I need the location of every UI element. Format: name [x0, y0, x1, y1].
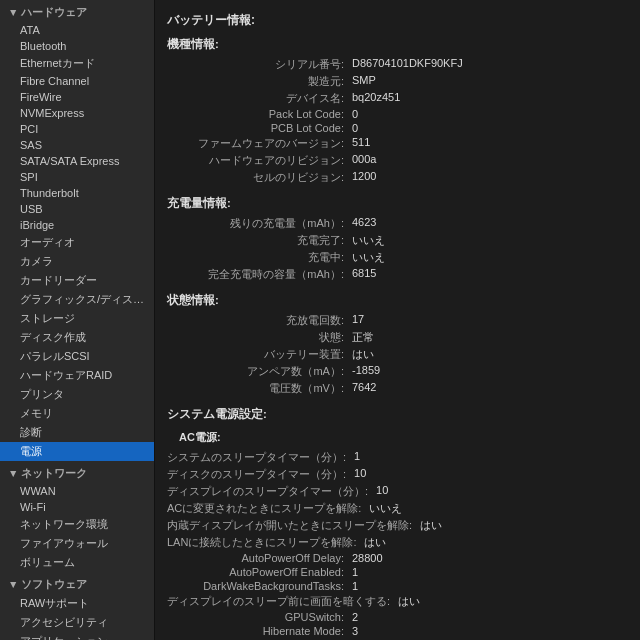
- table-row: ファームウェアのバージョン:511: [167, 135, 628, 152]
- info-value: 28800: [352, 552, 383, 564]
- sidebar-item-application[interactable]: アプリケーション: [0, 632, 154, 640]
- info-label: LANに接続したときにスリープを解除:: [167, 535, 364, 550]
- main-content: バッテリー情報: 機種情報: シリアル番号:D86704101DKF90KFJ製…: [155, 0, 640, 640]
- sidebar-item-firewall[interactable]: ファイアウォール: [0, 534, 154, 553]
- sidebar-item-disk[interactable]: ディスク作成: [0, 328, 154, 347]
- table-row: LANに接続したときにスリープを解除:はい: [167, 534, 628, 551]
- info-label: ディスプレイのスリープ前に画面を暗くする:: [167, 594, 398, 609]
- sidebar-item-ethernet[interactable]: Ethernetカード: [0, 54, 154, 73]
- info-label: Hibernate Mode:: [167, 625, 352, 637]
- table-row: 充電中:いいえ: [167, 249, 628, 266]
- sidebar-item-storage[interactable]: ストレージ: [0, 309, 154, 328]
- sidebar-item-spi[interactable]: SPI: [0, 169, 154, 185]
- sidebar-item-wwan[interactable]: WWAN: [0, 483, 154, 499]
- sidebar-item-cardreader[interactable]: カードリーダー: [0, 271, 154, 290]
- table-row: ACに変更されたときにスリープを解除:いいえ: [167, 500, 628, 517]
- sidebar-item-power[interactable]: 電源: [0, 442, 154, 461]
- sidebar-item-ibridge[interactable]: iBridge: [0, 217, 154, 233]
- info-label: 状態:: [167, 330, 352, 345]
- sidebar-item-parallelscsi[interactable]: パラレルSCSI: [0, 347, 154, 366]
- info-label: システムのスリープタイマー（分）:: [167, 450, 354, 465]
- status-info-block: 状態情報: 充放電回数:17状態:正常バッテリー装置:はいアンペア数（mA）:-…: [167, 293, 628, 397]
- charge-info-title: 充電量情報:: [167, 196, 628, 211]
- sidebar-item-network_env[interactable]: ネットワーク環境: [0, 515, 154, 534]
- sidebar-item-thunderbolt[interactable]: Thunderbolt: [0, 185, 154, 201]
- info-label: シリアル番号:: [167, 57, 352, 72]
- info-label: ディスプレイのスリープタイマー（分）:: [167, 484, 376, 499]
- info-value: いいえ: [352, 233, 385, 248]
- sidebar-item-hwraid[interactable]: ハードウェアRAID: [0, 366, 154, 385]
- info-value: bq20z451: [352, 91, 400, 106]
- info-value: 2: [352, 611, 358, 623]
- sidebar-item-firewire[interactable]: FireWire: [0, 89, 154, 105]
- info-value: いいえ: [352, 250, 385, 265]
- info-label: AutoPowerOff Enabled:: [167, 566, 352, 578]
- info-label: DarkWakeBackgroundTasks:: [167, 580, 352, 592]
- info-value: 0: [352, 108, 358, 120]
- sidebar-item-wifi[interactable]: Wi-Fi: [0, 499, 154, 515]
- info-value: 511: [352, 136, 370, 151]
- info-value: 10: [376, 484, 388, 499]
- info-value: 3: [352, 625, 358, 637]
- sidebar-item-raw[interactable]: RAWサポート: [0, 594, 154, 613]
- status-info-title: 状態情報:: [167, 293, 628, 308]
- info-label: セルのリビジョン:: [167, 170, 352, 185]
- machine-info-block: 機種情報: シリアル番号:D86704101DKF90KFJ製造元:SMPデバイ…: [167, 37, 628, 186]
- info-label: 充電完了:: [167, 233, 352, 248]
- table-row: PCB Lot Code:0: [167, 121, 628, 135]
- info-label: 製造元:: [167, 74, 352, 89]
- info-value: 7642: [352, 381, 376, 396]
- info-value: 10: [354, 467, 366, 482]
- sidebar-item-nvmexpress[interactable]: NVMExpress: [0, 105, 154, 121]
- battery-info-title: バッテリー情報:: [167, 12, 628, 29]
- table-row: シリアル番号:D86704101DKF90KFJ: [167, 56, 628, 73]
- sidebar-item-volume[interactable]: ボリューム: [0, 553, 154, 572]
- sidebar-item-graphics[interactable]: グラフィックス/ディス…: [0, 290, 154, 309]
- info-value: 1: [352, 580, 358, 592]
- info-value: -1859: [352, 364, 380, 379]
- ac-power-title: AC電源:: [179, 430, 628, 445]
- info-label: ファームウェアのバージョン:: [167, 136, 352, 151]
- charge-info-block: 充電量情報: 残りの充電量（mAh）:4623充電完了:いいえ充電中:いいえ完全…: [167, 196, 628, 283]
- table-row: 状態:正常: [167, 329, 628, 346]
- info-label: Pack Lot Code:: [167, 108, 352, 120]
- sidebar-item-printer[interactable]: プリンタ: [0, 385, 154, 404]
- sidebar: ▼ ハードウェア ATABluetoothEthernetカードFibre Ch…: [0, 0, 155, 640]
- info-label: デバイス名:: [167, 91, 352, 106]
- sidebar-item-diagnostics[interactable]: 診断: [0, 423, 154, 442]
- table-row: ディスプレイのスリープ前に画面を暗くする:はい: [167, 593, 628, 610]
- sidebar-item-camera[interactable]: カメラ: [0, 252, 154, 271]
- table-row: セルのリビジョン:1200: [167, 169, 628, 186]
- info-label: ACに変更されたときにスリープを解除:: [167, 501, 369, 516]
- table-row: AutoPowerOff Enabled:1: [167, 565, 628, 579]
- info-label: ディスクのスリープタイマー（分）:: [167, 467, 354, 482]
- software-section-header: ▼ ソフトウェア: [0, 572, 154, 594]
- info-label: アンペア数（mA）:: [167, 364, 352, 379]
- hardware-section-header: ▼ ハードウェア: [0, 0, 154, 22]
- table-row: デバイス名:bq20z451: [167, 90, 628, 107]
- table-row: GPUSwitch:2: [167, 610, 628, 624]
- sidebar-item-pci[interactable]: PCI: [0, 121, 154, 137]
- power-settings-block: システム電源設定: AC電源: システムのスリープタイマー（分）:1ディスクのス…: [167, 407, 628, 640]
- table-row: 完全充電時の容量（mAh）:6815: [167, 266, 628, 283]
- sidebar-item-usb[interactable]: USB: [0, 201, 154, 217]
- sidebar-item-audio[interactable]: オーディオ: [0, 233, 154, 252]
- info-value: SMP: [352, 74, 376, 89]
- info-value: 1200: [352, 170, 376, 185]
- power-settings-title: システム電源設定:: [167, 407, 628, 422]
- sidebar-item-sata[interactable]: SATA/SATA Express: [0, 153, 154, 169]
- info-label: 完全充電時の容量（mAh）:: [167, 267, 352, 282]
- info-value: 1: [354, 450, 360, 465]
- sidebar-item-bluetooth[interactable]: Bluetooth: [0, 38, 154, 54]
- sidebar-item-ata[interactable]: ATA: [0, 22, 154, 38]
- sidebar-item-accessibility[interactable]: アクセシビリティ: [0, 613, 154, 632]
- table-row: ディスクのスリープタイマー（分）:10: [167, 466, 628, 483]
- table-row: 残りの充電量（mAh）:4623: [167, 215, 628, 232]
- table-row: ハードウェアのリビジョン:000a: [167, 152, 628, 169]
- sidebar-item-memory[interactable]: メモリ: [0, 404, 154, 423]
- info-value: 000a: [352, 153, 376, 168]
- network-section-header: ▼ ネットワーク: [0, 461, 154, 483]
- info-value: D86704101DKF90KFJ: [352, 57, 463, 72]
- sidebar-item-fibre[interactable]: Fibre Channel: [0, 73, 154, 89]
- sidebar-item-sas[interactable]: SAS: [0, 137, 154, 153]
